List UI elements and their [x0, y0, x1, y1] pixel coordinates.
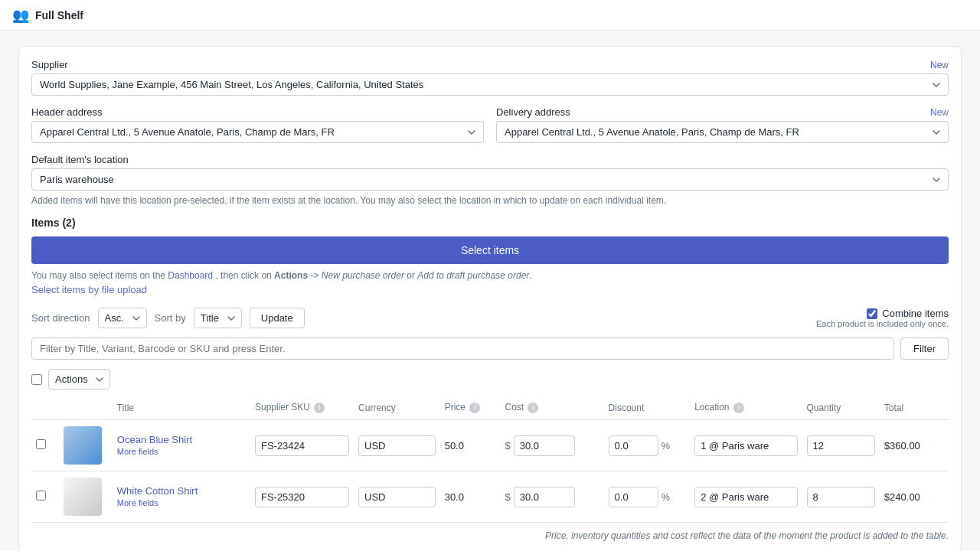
location-input-0[interactable]	[694, 435, 797, 456]
app-name: Full Shelf	[35, 9, 83, 21]
location-input-1[interactable]	[694, 487, 797, 507]
quantity-input-1[interactable]	[807, 487, 875, 507]
logo-icon: 👥	[12, 7, 29, 24]
update-button[interactable]: Update	[250, 308, 305, 328]
supplier-label: Supplier	[31, 59, 68, 70]
table-row: White Cotton Shirt More fields 30.0 $ % …	[31, 471, 949, 523]
col-img	[59, 396, 113, 420]
filter-input[interactable]	[31, 337, 894, 360]
table-footnote: Price, inventory quantities and cost ref…	[31, 530, 949, 541]
app-logo: 👥 Full Shelf	[12, 7, 83, 24]
discount-suffix-0: %	[662, 440, 671, 452]
row-checkbox-1[interactable]	[36, 491, 46, 500]
col-price: Price i	[440, 396, 501, 420]
cost-prefix-0: $	[505, 440, 510, 452]
more-fields-link-1[interactable]: More fields	[117, 498, 158, 507]
quantity-input-0[interactable]	[807, 435, 875, 456]
price-value-1: 30.0	[445, 491, 464, 503]
discount-input-0[interactable]	[609, 435, 658, 456]
discount-suffix-1: %	[662, 491, 671, 503]
currency-input-0[interactable]	[358, 435, 436, 456]
price-value-0: 50.0	[445, 440, 464, 452]
delivery-address-label: Delivery address	[496, 106, 570, 118]
select-all-checkbox[interactable]	[31, 374, 42, 385]
product-image-1	[64, 478, 102, 516]
col-cost: Cost i	[500, 396, 603, 420]
filter-button[interactable]: Filter	[900, 337, 949, 360]
actions-select[interactable]: Actions	[48, 369, 110, 390]
sort-direction-label: Sort direction	[31, 312, 90, 324]
total-value-1: $240.00	[884, 491, 920, 503]
col-discount: Discount	[604, 396, 691, 420]
cost-prefix-1: $	[505, 491, 510, 503]
row-checkbox-0[interactable]	[36, 439, 46, 449]
cost-input-1[interactable]	[514, 487, 575, 507]
delivery-address-select[interactable]: Apparel Central Ltd., 5 Avenue Anatole, …	[496, 121, 949, 143]
dashboard-info: You may also select items on the Dashboa…	[31, 270, 949, 281]
col-location: Location i	[690, 396, 802, 420]
col-check	[31, 396, 59, 420]
sku-input-1[interactable]	[255, 487, 349, 507]
currency-input-1[interactable]	[358, 487, 436, 507]
total-value-0: $360.00	[884, 440, 920, 452]
col-total: Total	[880, 396, 949, 420]
col-currency: Currency	[354, 396, 440, 420]
col-title: Title	[113, 396, 250, 420]
header-address-label: Header address	[31, 106, 103, 118]
product-image-0	[64, 426, 102, 465]
combine-items-checkbox[interactable]	[867, 308, 877, 319]
sort-by-select[interactable]: Title	[194, 308, 242, 328]
items-header: Items (2)	[31, 217, 949, 229]
price-info-icon: i	[469, 403, 480, 413]
col-sku: Supplier SKU i	[250, 396, 354, 420]
combine-items-label: Combine items	[882, 308, 949, 319]
col-quantity: Quantity	[802, 396, 880, 420]
more-fields-link-0[interactable]: More fields	[117, 447, 158, 456]
header-address-select[interactable]: Apparel Central Ltd., 5 Avenue Anatole, …	[31, 121, 484, 143]
default-location-hint: Added items will have this location pre-…	[31, 195, 949, 206]
cost-input-0[interactable]	[514, 435, 575, 456]
sku-info-icon: i	[314, 403, 325, 413]
dashboard-link[interactable]: Dashboard	[168, 270, 213, 281]
table-row: Ocean Blue Shirt More fields 50.0 $ % $3…	[31, 420, 949, 471]
sort-by-label: Sort by	[155, 312, 186, 324]
discount-input-1[interactable]	[609, 487, 658, 507]
location-info-icon: i	[733, 403, 744, 413]
items-table: Title Supplier SKU i Currency Price i Co…	[31, 396, 949, 523]
select-items-button[interactable]: Select items	[31, 236, 949, 264]
cost-info-icon: i	[528, 403, 538, 413]
delivery-address-new-link[interactable]: New	[930, 107, 949, 118]
supplier-select[interactable]: World Supplies, Jane Example, 456 Main S…	[31, 73, 949, 96]
file-upload-link[interactable]: Select items by file upload	[31, 284, 147, 295]
combine-items-hint: Each product is included only once.	[816, 319, 949, 328]
product-name-0[interactable]: Ocean Blue Shirt	[117, 434, 246, 445]
sort-direction-select[interactable]: Asc.	[98, 308, 147, 328]
sku-input-0[interactable]	[255, 435, 349, 456]
default-location-select[interactable]: Paris warehouse	[31, 168, 949, 191]
default-location-label: Default item's location	[31, 154, 129, 165]
supplier-new-link[interactable]: New	[930, 60, 949, 70]
product-name-1[interactable]: White Cotton Shirt	[117, 485, 246, 497]
